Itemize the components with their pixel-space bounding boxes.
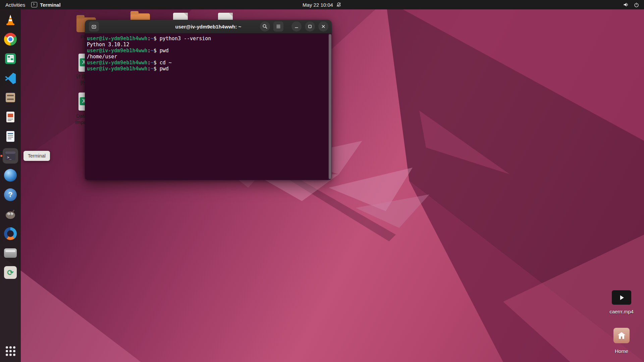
running-indicator-dot (0, 155, 2, 157)
focused-app-menu[interactable]: Terminal (31, 2, 60, 8)
terminal-app-icon (31, 2, 37, 7)
dock-item-disks[interactable] (3, 245, 18, 261)
chrome-icon (4, 33, 17, 46)
svg-text:>_: >_ (7, 155, 12, 160)
terminal-line: user@iv-ydm9eb1h4wwh:~$ python3 --versio… (87, 36, 327, 42)
video-thumbnail (612, 290, 631, 305)
terminal-line: user@iv-ydm9eb1h4wwh:~$ cd ~ (87, 60, 327, 66)
vscode-icon (4, 71, 17, 85)
dock-item-gimp[interactable] (3, 206, 18, 222)
libreoffice-writer-icon (4, 130, 17, 143)
focused-app-name: Terminal (40, 2, 60, 8)
new-tab-icon (91, 24, 97, 29)
top-bar: Activities Terminal May 22 10:04 (0, 0, 644, 9)
blue-sphere-icon (4, 169, 17, 182)
home-folder-icon (613, 328, 630, 343)
dock-item-file-cabinet[interactable] (3, 90, 18, 105)
maximize-button[interactable] (305, 21, 315, 32)
minimize-button[interactable] (291, 21, 302, 32)
terminal-icon: >_ (4, 149, 17, 163)
maximize-icon (308, 24, 312, 29)
dock-item-vlc[interactable] (3, 12, 18, 27)
dock-item-blue-sphere-app[interactable] (3, 168, 18, 183)
clock-menu[interactable]: May 22 10:04 (303, 0, 341, 9)
vlc-icon (4, 13, 17, 26)
terminal-window: user@iv-ydm9eb1h4wwh: ~ (85, 20, 332, 180)
dock-item-software-updater[interactable]: ⟳ (3, 265, 18, 280)
desktop-home-label: Home (601, 348, 642, 354)
desktop: PRO X 计算机硬 势.xls X Data Ta Impact o caer… (0, 0, 644, 362)
dock-item-libreoffice-calc[interactable] (3, 51, 18, 66)
desktop-video-label: caerrr.mp4 (601, 308, 642, 315)
new-tab-button[interactable] (89, 21, 99, 32)
terminal-output[interactable]: user@iv-ydm9eb1h4wwh:~$ python3 --versio… (85, 34, 332, 180)
terminal-line: user@iv-ydm9eb1h4wwh:~$ pwd (87, 66, 327, 72)
app-grid-icon (6, 346, 15, 356)
dock-item-vscode[interactable] (3, 70, 18, 86)
menu-button[interactable] (273, 21, 283, 32)
dock-item-libreoffice-writer[interactable] (3, 129, 18, 144)
close-button[interactable] (318, 21, 328, 32)
dock-item-ring-app[interactable] (3, 226, 18, 241)
scrollbar-thumb[interactable] (329, 34, 331, 179)
terminal-line: /home/user (87, 54, 327, 60)
terminal-titlebar[interactable]: user@iv-ydm9eb1h4wwh: ~ (85, 20, 332, 34)
close-icon (321, 24, 326, 29)
house-icon (617, 331, 626, 340)
dock-item-app-grid[interactable] (3, 343, 18, 359)
notifications-muted-icon (336, 2, 341, 7)
dock-tooltip: Terminal (23, 151, 50, 161)
play-icon (618, 294, 625, 301)
hamburger-icon (276, 24, 281, 29)
minimize-icon (294, 24, 299, 29)
software-updater-icon: ⟳ (4, 266, 17, 279)
desktop-home[interactable] (613, 328, 630, 343)
search-button[interactable] (260, 21, 270, 32)
libreoffice-calc-icon (4, 52, 17, 65)
help-icon: ? (4, 188, 17, 201)
clock-text: May 22 10:04 (303, 2, 333, 8)
gimp-icon (4, 207, 17, 221)
activities-button[interactable]: Activities (5, 2, 25, 8)
terminal-line: user@iv-ydm9eb1h4wwh:~$ pwd (87, 48, 327, 54)
disks-icon (4, 248, 17, 258)
system-status-area[interactable] (623, 0, 644, 9)
dock-item-terminal[interactable]: >_ (3, 148, 18, 164)
libreoffice-impress-icon (4, 110, 17, 124)
volume-icon (623, 2, 629, 8)
terminal-scrollbar (328, 34, 332, 180)
ring-app-icon (4, 227, 17, 240)
file-cabinet-icon (4, 91, 17, 104)
power-icon (634, 2, 639, 8)
dock: >_ ? ⟳ (0, 9, 21, 362)
dock-item-help[interactable]: ? (3, 187, 18, 202)
search-icon (262, 24, 268, 29)
dock-item-libreoffice-impress[interactable] (3, 109, 18, 125)
terminal-line: Python 3.10.12 (87, 42, 327, 48)
dock-item-chrome[interactable] (3, 32, 18, 47)
desktop-video-caerrr[interactable] (612, 290, 631, 305)
